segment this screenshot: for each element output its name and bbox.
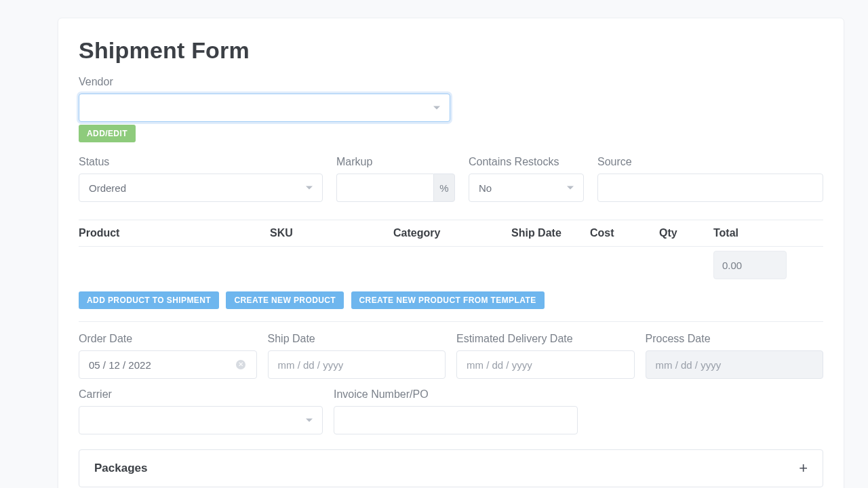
vendor-select[interactable] (79, 94, 450, 122)
process-date-input[interactable]: mm / dd / yyyy (646, 350, 824, 379)
status-value: Ordered (89, 182, 126, 194)
edd-label: Estimated Delivery Date (456, 333, 635, 345)
edd-placeholder: mm / dd / yyyy (467, 359, 532, 371)
clear-icon[interactable]: ✕ (236, 360, 245, 369)
vendor-label: Vendor (79, 76, 450, 88)
edd-input[interactable]: mm / dd / yyyy (456, 350, 635, 379)
status-label: Status (79, 156, 323, 168)
process-date-label: Process Date (646, 333, 824, 345)
vendor-field-group: Vendor ADD/EDIT (79, 76, 450, 142)
col-cost: Cost (590, 227, 659, 239)
col-product: Product (79, 227, 270, 239)
products-total-value: 0.00 (713, 251, 787, 279)
carrier-select[interactable] (79, 406, 323, 434)
markup-label: Markup (336, 156, 455, 168)
plus-icon: + (799, 461, 808, 476)
ship-date-input[interactable]: mm / dd / yyyy (268, 350, 446, 379)
col-category: Category (393, 227, 511, 239)
add-product-button[interactable]: ADD PRODUCT TO SHIPMENT (79, 291, 219, 309)
divider (79, 321, 823, 322)
restocks-label: Contains Restocks (469, 156, 584, 168)
markup-input[interactable] (336, 174, 433, 202)
col-qty: Qty (659, 227, 713, 239)
col-total: Total (713, 227, 823, 239)
packages-label: Packages (94, 462, 147, 475)
create-from-template-button[interactable]: CREATE NEW PRODUCT FROM TEMPLATE (351, 291, 545, 309)
restocks-select[interactable]: No (469, 174, 584, 202)
product-buttons: ADD PRODUCT TO SHIPMENT CREATE NEW PRODU… (79, 291, 823, 309)
process-date-placeholder: mm / dd / yyyy (656, 359, 722, 371)
products-total-row: 0.00 (79, 247, 823, 279)
status-row: Status Ordered Markup % Contains Restock… (79, 156, 823, 202)
status-select[interactable]: Ordered (79, 174, 323, 202)
dates-row: Order Date 05 / 12 / 2022 ✕ Ship Date mm… (79, 333, 823, 379)
chevron-down-icon (567, 186, 574, 190)
order-date-value: 05 / 12 / 2022 (89, 359, 151, 371)
source-input[interactable] (597, 174, 823, 202)
create-product-button[interactable]: CREATE NEW PRODUCT (226, 291, 344, 309)
chevron-down-icon (433, 106, 440, 110)
carrier-invoice-row: Carrier Invoice Number/PO (79, 388, 823, 434)
packages-accordion[interactable]: Packages + (79, 449, 823, 487)
invoice-input[interactable] (334, 406, 578, 434)
add-edit-vendor-button[interactable]: ADD/EDIT (79, 125, 136, 142)
restocks-value: No (479, 182, 492, 194)
col-ship: Ship Date (511, 227, 590, 239)
chevron-down-icon (306, 186, 313, 190)
shipment-form-card: Shipment Form Vendor ADD/EDIT Status Ord… (58, 18, 844, 488)
markup-percent-addon: % (433, 174, 455, 202)
page-title: Shipment Form (79, 37, 823, 64)
invoice-label: Invoice Number/PO (334, 388, 578, 401)
order-date-label: Order Date (79, 333, 257, 345)
source-label: Source (597, 156, 823, 168)
col-sku: SKU (270, 227, 393, 239)
products-table-header: Product SKU Category Ship Date Cost Qty … (79, 220, 823, 247)
markup-field: % (336, 174, 455, 202)
carrier-label: Carrier (79, 388, 323, 401)
order-date-input[interactable]: 05 / 12 / 2022 ✕ (79, 350, 257, 379)
ship-date-placeholder: mm / dd / yyyy (278, 359, 344, 371)
chevron-down-icon (306, 419, 313, 422)
ship-date-label: Ship Date (268, 333, 446, 345)
